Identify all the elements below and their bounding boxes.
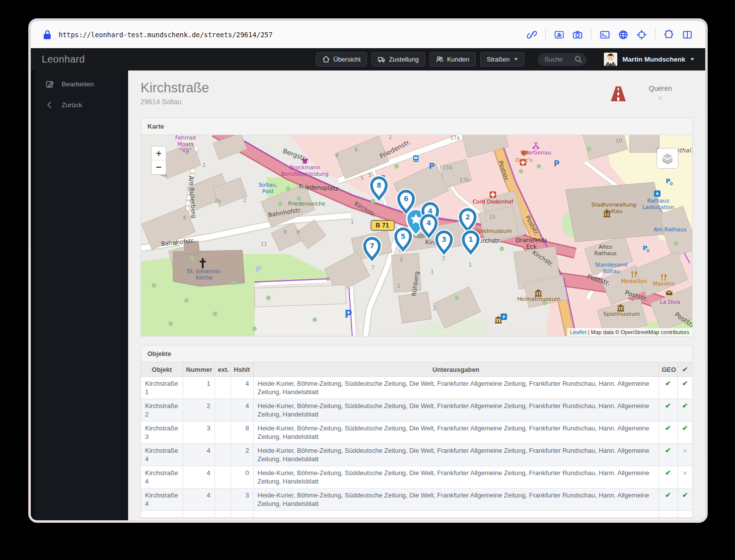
status-x-icon: × <box>677 466 692 489</box>
map-label: Cord Dodenhof <box>472 199 514 205</box>
map-marker-4[interactable]: 4 <box>421 215 436 236</box>
map-label: 9 <box>284 229 287 235</box>
nav-button-zustellung[interactable]: Zustellung <box>371 52 425 67</box>
browser-window: https://leonhard-test.mundschenk.de/stre… <box>28 18 708 523</box>
table-row[interactable]: Kirchstraße 114Heide-Kurier, Böhme-Zeitu… <box>141 377 692 399</box>
url-text[interactable]: https://leonhard-test.mundschenk.de/stre… <box>59 31 273 39</box>
object-link[interactable]: Kirchstraße 2 <box>141 399 183 421</box>
link-icon[interactable] <box>527 30 537 40</box>
map-marker-1[interactable]: 1 <box>463 232 478 253</box>
hshlt-cell: 2 <box>230 444 253 466</box>
map-label: Friedenseiche <box>288 201 326 207</box>
map-marker-number: 5 <box>401 232 406 240</box>
unterausgaben-cell: Heide-Kurier, Böhme-Zeitung, Süddeutsche… <box>253 489 659 511</box>
zoom-in-button[interactable]: + <box>151 146 166 160</box>
map-label: 1 <box>351 218 354 224</box>
map-panel: Karte <box>141 118 693 337</box>
column-header-ext[interactable]: ext. <box>215 362 230 377</box>
extensions-icon[interactable] <box>664 30 674 40</box>
map-label: Spielmuseum <box>475 228 512 234</box>
map-poi-charge-icon <box>654 191 661 197</box>
close-icon[interactable]: × <box>658 93 663 103</box>
brand-logo[interactable]: Leonhard <box>42 54 85 65</box>
map-label: Kirchstr. <box>477 237 501 244</box>
map-panel-title: Karte <box>141 118 692 135</box>
hshlt-cell: 3 <box>230 489 253 511</box>
sidebar-item-bearbeiten[interactable]: Bearbeiten <box>31 73 128 94</box>
map-marker-8[interactable]: 8 <box>371 178 386 199</box>
globe-icon[interactable] <box>618 30 628 40</box>
map-zoom-control: + − <box>151 146 166 175</box>
geo-check-icon: ✔ <box>659 377 677 399</box>
terminal-icon[interactable] <box>600 30 610 40</box>
nav-button-kunden[interactable]: Kunden <box>430 52 476 67</box>
table-row[interactable]: Kirchstraße 224Heide-Kurier, Böhme-Zeitu… <box>141 399 692 421</box>
map-label: 4 <box>183 214 186 220</box>
map-label: Date's <box>515 157 533 163</box>
map-label: Post <box>262 188 274 195</box>
table-row[interactable]: Kirchstraße 443Heide-Kurier, Böhme-Zeitu… <box>141 489 692 511</box>
map-marker-5[interactable]: 5 <box>396 229 411 250</box>
map-label: 7 <box>371 265 375 271</box>
object-link[interactable]: Kirchstraße 4 <box>141 444 183 466</box>
map-label: Eck <box>526 243 537 250</box>
status-check-icon: ✔ <box>677 421 692 444</box>
object-link[interactable]: Kirchstraße 4 <box>141 489 183 511</box>
leaflet-map[interactable]: B 71 PP Bergstr.Friedenstr.Friedensplatz… <box>141 135 692 336</box>
table-row[interactable]: Kirchstraße 442Heide-Kurier, Böhme-Zeitu… <box>141 444 692 466</box>
map-label: 2 <box>397 283 400 289</box>
svg-text:P: P <box>643 244 647 252</box>
map-label: 2a <box>215 198 221 204</box>
column-header-hshlt[interactable]: Hshlt <box>230 362 253 377</box>
ext-cell <box>215 489 230 511</box>
table-row[interactable]: Kirchstraße 338Heide-Kurier, Böhme-Zeitu… <box>141 421 692 444</box>
camera-icon[interactable] <box>573 30 583 40</box>
nav-button-bersicht[interactable]: Übersicht <box>316 52 367 67</box>
map-layers-control[interactable] <box>657 148 678 169</box>
browser-address-bar: https://leonhard-test.mundschenk.de/stre… <box>31 21 705 48</box>
map-label: Am Rathaus <box>654 226 686 233</box>
map-marker-2[interactable]: 2 <box>460 210 475 230</box>
screenshot-icon[interactable] <box>554 30 564 40</box>
column-header-objekt[interactable]: Objekt <box>141 362 183 377</box>
user-menu[interactable]: Martin Mundschenk <box>604 53 694 66</box>
content-area: Kirchstraße 29614 Soltau Queren × <box>128 70 705 520</box>
geo-check-icon: ✔ <box>659 489 677 511</box>
zoom-out-button[interactable]: − <box>151 160 166 174</box>
map-label: Standesamt <box>595 262 628 268</box>
sidebar-item-zurck[interactable]: Zurück <box>31 94 128 115</box>
status-x-icon: × <box>677 444 692 466</box>
column-header-nummer[interactable]: Nummer <box>183 362 215 377</box>
column-header-geo[interactable]: GEO <box>659 362 677 377</box>
search-icon[interactable] <box>575 56 582 63</box>
object-link[interactable]: Kirchstraße 4 <box>141 466 183 489</box>
object-link[interactable]: Kirchstraße 3 <box>141 421 183 444</box>
split-view-icon[interactable] <box>682 30 692 40</box>
nav-button-straen[interactable]: Straßen <box>480 52 524 67</box>
map-marker-3[interactable]: 3 <box>437 232 451 253</box>
column-header-unterausgaben[interactable]: Unterausgaben <box>253 362 659 377</box>
chevron-down-icon <box>514 58 518 61</box>
column-header-check-icon[interactable]: ✔ <box>677 362 692 377</box>
map-canvas: B 71 PP Bergstr.Friedenstr.Friedensplatz… <box>141 135 692 336</box>
map-label: 5 <box>361 175 364 181</box>
map-marker-6[interactable]: 6 <box>399 191 414 212</box>
map-label: 9 <box>296 229 300 235</box>
toolbar-separator <box>655 28 656 41</box>
map-attribution: Leaflet | Map data © OpenStreetMap contr… <box>567 328 692 336</box>
map-marker-7[interactable]: 7 <box>365 238 379 259</box>
leaflet-link[interactable]: Leaflet <box>570 329 587 335</box>
map-label: 1 <box>203 162 206 168</box>
toolbar-separator <box>545 28 546 41</box>
ext-cell <box>215 377 230 399</box>
table-row[interactable]: Kirchstraße 440Heide-Kurier, Böhme-Zeitu… <box>141 466 692 489</box>
map-label: La Diva <box>660 299 680 305</box>
nav-button-label: Übersicht <box>333 56 361 63</box>
object-link[interactable]: Kirchstraße 1 <box>141 377 183 399</box>
ext-cell <box>215 421 230 444</box>
sidebar-item-label: Bearbeiten <box>62 80 94 88</box>
nav-button-label: Kunden <box>447 56 469 63</box>
geo-check-icon: ✔ <box>659 466 677 489</box>
target-icon[interactable] <box>637 30 647 40</box>
table-row-partial <box>141 511 692 518</box>
